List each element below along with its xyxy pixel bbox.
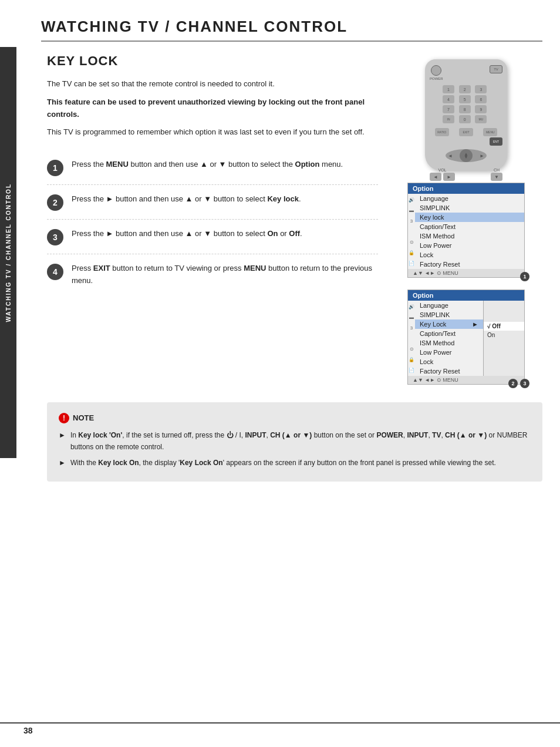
step-4-text: Press EXIT button to return to TV viewin…	[72, 263, 378, 287]
step-3-number: 3	[47, 229, 63, 245]
menu1-header: Option	[408, 183, 524, 194]
remote-btn-1: 1	[443, 85, 454, 93]
remote-btn-0: 0	[459, 115, 471, 123]
step-4-number: 4	[47, 264, 63, 280]
step-1: 1 Press the MENU button and then use ▲ o…	[47, 150, 378, 185]
remote-function-row: RATIO EXIT MENU	[430, 128, 502, 136]
menu1-with-icons: 🔊 ▬ 3 ⊙ 🔒 📄 Language SIMPLINK Key lock	[408, 194, 524, 269]
menu1-item-language: Language	[415, 194, 524, 203]
menu2-item-factory: Factory Reset	[415, 366, 483, 376]
menu2-footer: ▲▼ ◄► ⊙ MENU	[408, 376, 524, 384]
note-arrow-1: ►	[59, 429, 66, 453]
remote-num-grid: 1 2 3 4 5 6 7 8 9 IN 0 MU	[443, 85, 490, 123]
note-title: ! NOTE	[59, 412, 531, 425]
step-4: 4 Press EXIT button to return to TV view…	[47, 254, 378, 295]
sidebar-tab: WATCHING TV / CHANNEL CONTROL	[0, 47, 16, 458]
remote-vol-down: ◄	[430, 173, 441, 181]
menu2-icon-5: ⊙	[408, 344, 415, 354]
remote-nav-circle: ▲ ▼ ◄ ►	[446, 149, 487, 162]
remote-btn-7: 7	[443, 105, 454, 113]
remote-menu-btn: MENU	[483, 128, 497, 136]
menu1-item-caption: Caption/Text	[415, 222, 524, 231]
remote-btn-9: 9	[475, 105, 487, 113]
note-icon: !	[59, 413, 69, 423]
remote-btn-3: 3	[475, 85, 487, 93]
menu1-icons: 🔊 ▬ 3 ⊙ 🔒 📄	[408, 194, 415, 269]
remote-power-btn	[431, 65, 441, 76]
badge-step1: 1	[520, 272, 529, 281]
menu2-body: 🔊 ▬ 3 ⊙ 🔒 📄 Language SIMPLINK	[408, 301, 524, 376]
menu2-items: Language SIMPLINK Key Lock► Caption/Text…	[415, 301, 483, 376]
note-text-2: With the Key lock On, the display 'Key L…	[70, 457, 496, 469]
menu1-footer: ▲▼ ◄► ⊙ MENU	[408, 269, 524, 277]
menu2-item-simplink: SIMPLINK	[415, 310, 483, 319]
menu-screenshot-1: Option 🔊 ▬ 3 ⊙ 🔒 📄 Language	[407, 183, 525, 278]
note-section: ! NOTE ► In Key lock 'On', if the set is…	[47, 402, 542, 482]
two-column-layout: KEY LOCK The TV can be set so that the r…	[47, 53, 542, 385]
remote-enter-btn: ENT	[490, 137, 502, 146]
step-1-number: 1	[47, 160, 63, 176]
remote-tv-btn: TV	[490, 65, 502, 73]
menu1-item-keylock: Key lock	[415, 213, 524, 222]
menu2-sub-off: √ Off	[484, 322, 524, 331]
intro-para-1: The TV can be set so that the remote con…	[47, 78, 378, 90]
menu1-icon-5: ⊙	[408, 237, 415, 247]
menu1-item-lowpower: Low Power	[415, 241, 524, 250]
badge-row-23: 2 3	[508, 379, 529, 389]
left-column: KEY LOCK The TV can be set so that the r…	[47, 53, 378, 385]
menu1-items: Language SIMPLINK Key lock Caption/Text …	[415, 194, 524, 269]
page-number: 38	[23, 726, 33, 735]
page-title: WATCHING TV / CHANNEL CONTROL	[41, 18, 542, 42]
menu2-item-ism: ISM Method	[415, 338, 483, 348]
right-column: POWER TV 1 2 3 4 5 6 7 8 9 IN	[390, 53, 542, 385]
menu1-icon-6: 🔒	[408, 247, 415, 258]
menu1-item-lock: Lock	[415, 250, 524, 260]
menu1-icon-2: ▬	[408, 205, 415, 216]
menu2-sub-on: On	[484, 331, 524, 339]
menu2-item-lock: Lock	[415, 357, 483, 366]
badge-step2: 2	[508, 379, 518, 388]
menu2-item-caption: Caption/Text	[415, 329, 483, 338]
remote-top-row: POWER TV	[430, 65, 502, 80]
intro-para-3: This TV is programmed to remember which …	[47, 126, 378, 139]
menu-screenshot-2: Option 🔊 ▬ 3 ⊙ 🔒 📄 Language	[407, 290, 525, 385]
bottom-divider	[0, 722, 560, 724]
menu2-submenu: √ Off On	[483, 301, 524, 376]
note-item-2: ► With the Key lock On, the display 'Key…	[59, 457, 531, 469]
sidebar-tab-label: WATCHING TV / CHANNEL CONTROL	[5, 183, 12, 322]
menu1-item-ism: ISM Method	[415, 231, 524, 241]
menu1-icon-7: 📄	[408, 258, 415, 268]
note-text-1: In Key lock 'On', if the set is turned o…	[70, 429, 531, 453]
step-2-text: Press the ► button and then use ▲ or ▼ b…	[72, 193, 378, 206]
menu1-item-factory: Factory Reset	[415, 260, 524, 269]
menu2-item-lowpower: Low Power	[415, 348, 483, 357]
menu-screenshot-2-container: Option 🔊 ▬ 3 ⊙ 🔒 📄 Language	[407, 287, 525, 385]
menu2-icon-6: 🔒	[408, 354, 415, 365]
remote-btn-input: IN	[443, 115, 454, 123]
menu1-icon-3: 3	[408, 216, 415, 226]
intro-para-2: This feature can be used to prevent unau…	[47, 96, 378, 121]
note-arrow-2: ►	[59, 457, 66, 469]
badge-step3: 3	[520, 379, 529, 388]
steps-container: 1 Press the MENU button and then use ▲ o…	[47, 150, 378, 295]
remote-ch-down: ▼	[491, 173, 502, 181]
menu2-icon-4	[408, 333, 415, 344]
menu2-icon-3: 3	[408, 322, 415, 333]
step-1-text: Press the MENU button and then use ▲ or …	[72, 159, 378, 171]
remote-btn-2: 2	[459, 85, 471, 93]
remote-btn-mute: MU	[475, 115, 487, 123]
menu2-icon-2: ▬	[408, 312, 415, 322]
remote-btn-4: 4	[443, 95, 454, 103]
main-content: WATCHING TV / CHANNEL CONTROL KEY LOCK T…	[23, 0, 560, 499]
menu-screenshot-1-container: Option 🔊 ▬ 3 ⊙ 🔒 📄 Language	[407, 180, 525, 278]
menu2-icons: 🔊 ▬ 3 ⊙ 🔒 📄	[408, 301, 415, 376]
menu2-icon-7: 📄	[408, 365, 415, 375]
note-item-1: ► In Key lock 'On', if the set is turned…	[59, 429, 531, 453]
remote-btn-5: 5	[459, 95, 471, 103]
menu2-icon-1: 🔊	[408, 301, 415, 312]
menu1-icon-1: 🔊	[408, 194, 415, 205]
menu1-item-simplink: SIMPLINK	[415, 203, 524, 213]
step-2: 2 Press the ► button and then use ▲ or ▼…	[47, 185, 378, 220]
remote-control-image: POWER TV 1 2 3 4 5 6 7 8 9 IN	[425, 59, 507, 171]
menu1-icon-4	[408, 226, 415, 237]
